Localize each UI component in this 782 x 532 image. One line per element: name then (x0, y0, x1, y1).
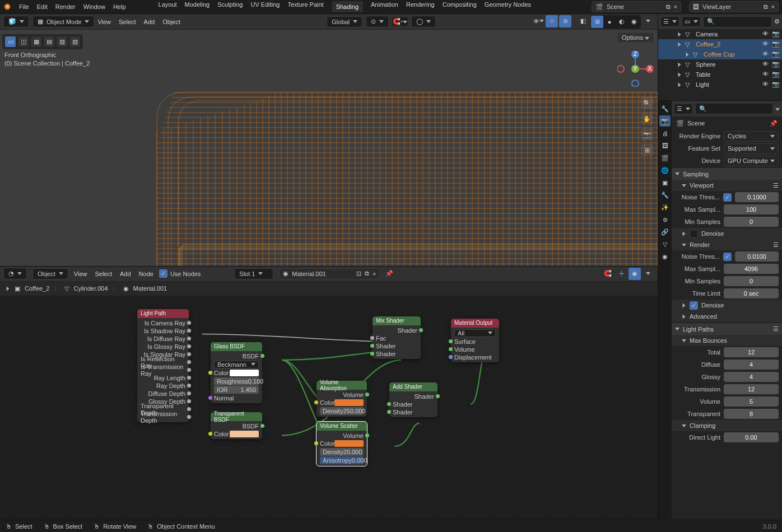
menu-view[interactable]: View (74, 270, 87, 277)
target-dropdown[interactable]: All (454, 329, 496, 337)
device-dropdown[interactable]: GPU Compute (724, 156, 779, 166)
menu-shading[interactable]: Shading (332, 1, 363, 12)
outliner-item-table[interactable]: ▽Table👁📷 (658, 69, 782, 80)
density-field[interactable]: Density250.000 (320, 407, 364, 415)
subpanel-viewport[interactable]: Viewport☰ (672, 180, 782, 191)
time-limit-field[interactable]: 0 sec (724, 288, 779, 298)
menu-add[interactable]: Add (120, 270, 131, 277)
pin-icon[interactable]: 📌 (385, 270, 393, 277)
slot-dropdown[interactable]: Slot 1 (234, 268, 273, 279)
dropdown-icon[interactable] (642, 268, 654, 280)
menu-help[interactable]: Help (113, 3, 126, 10)
xray-toggle[interactable]: ◧ (577, 15, 589, 27)
feature-set-dropdown[interactable]: Supported (724, 143, 779, 154)
node-volume-absorption[interactable]: Volume Absorption Volume Color Density25… (316, 381, 367, 417)
diffuse-field[interactable]: 4 (724, 360, 779, 370)
noise-check[interactable]: ✓ (723, 193, 732, 202)
menu-select[interactable]: Select (119, 18, 136, 25)
editor-type-dropdown[interactable]: ☰ (674, 104, 693, 114)
tool-cursor[interactable]: ▭ (4, 36, 16, 48)
glossy-field[interactable]: 4 (724, 372, 779, 382)
menu-file[interactable]: File (19, 3, 29, 10)
editor-type-dropdown[interactable]: ◔ (3, 268, 27, 279)
3d-viewport[interactable]: ▭ ◫ ▦ ▤ ▥ ▧ Front Orthographic (0) Scene… (0, 30, 658, 266)
pivot-dropdown[interactable]: ⊙ (366, 16, 389, 27)
overlay-toggle[interactable]: ⊚ (559, 15, 571, 27)
close-icon[interactable]: × (674, 3, 677, 10)
node-light-path[interactable]: Light Path Is Camera RayIs Shadow RayIs … (137, 309, 189, 422)
menu-animation[interactable]: Animation (371, 1, 398, 12)
node-volume-scatter[interactable]: Volume Scatter Volume Color Density20.00… (316, 422, 367, 466)
proportional-edit[interactable]: ◯ (411, 16, 436, 27)
bc-material[interactable]: Material.001 (133, 285, 167, 292)
subpanel-clamping[interactable]: Clamping (672, 420, 782, 431)
menu-select[interactable]: Select (95, 270, 112, 277)
tab-scene[interactable]: 🎬 (659, 152, 671, 164)
panel-sampling[interactable]: Sampling (672, 168, 782, 180)
material-selector[interactable]: ◉ Material.001 ⊡ ⧉ × (279, 268, 380, 279)
pin-icon[interactable]: 📌 (770, 120, 778, 127)
volume-field[interactable]: 5 (724, 396, 779, 407)
ior-field[interactable]: IOR1.450 (214, 386, 259, 394)
distribution-dropdown[interactable]: Beckmann (214, 361, 259, 368)
snap-type[interactable]: ▫ (401, 18, 407, 25)
node-glass-bsdf[interactable]: Glass BSDF BSDF Beckmann Color Roughness… (211, 342, 262, 403)
menu-uv-editing[interactable]: UV Editing (250, 1, 280, 12)
tab-material[interactable]: ◉ (659, 251, 671, 262)
shader-type-dropdown[interactable]: Object (32, 268, 68, 279)
tab-particles[interactable]: ✨ (659, 202, 671, 213)
tab-viewlayer[interactable]: 🖼 (659, 140, 671, 151)
menu-object[interactable]: Object (162, 18, 180, 25)
node-add-shader[interactable]: Add Shader Shader Shader Shader (389, 382, 437, 417)
direct-light-field[interactable]: 0.00 (724, 432, 779, 442)
tool-sel2[interactable]: ▦ (30, 36, 42, 48)
orientation-dropdown[interactable]: Global (327, 16, 362, 27)
tab-object[interactable]: ▣ (659, 177, 671, 188)
subpanel-advanced[interactable]: Advanced (672, 311, 782, 322)
outliner-item-sphere[interactable]: ▽Sphere👁📷 (658, 59, 782, 69)
gizmo-toggle[interactable]: ⊹ (546, 15, 558, 27)
overlay-icon[interactable]: ⊹ (615, 268, 627, 280)
transparent-field[interactable]: 8 (724, 409, 779, 419)
tab-physics[interactable]: ⊚ (659, 214, 671, 225)
shading-wireframe[interactable]: ⊞ (591, 16, 603, 28)
new-icon[interactable]: ⊡ (356, 270, 361, 277)
properties-search[interactable]: 🔍 (695, 103, 773, 114)
node-mix-shader[interactable]: Mix Shader Shader Fac Shader Shader (373, 316, 421, 359)
outliner-search[interactable]: 🔍 (703, 16, 772, 27)
viewlayer-selector[interactable]: 🖼 ViewLayer ⧉ × (689, 1, 779, 12)
subpanel-denoise-vp[interactable]: Denoise (672, 228, 782, 239)
browse-icon[interactable]: ⧉ (666, 3, 671, 11)
menu-sculpting[interactable]: Sculpting (217, 1, 243, 12)
browse-icon[interactable]: ⧉ (764, 3, 768, 11)
anisotropy-field[interactable]: Anisotropy0.000 (320, 456, 364, 464)
snap-icon[interactable]: 🧲 (602, 268, 614, 280)
tab-tool[interactable]: 🔧 (659, 103, 671, 114)
filter-icon[interactable]: ⚙ (774, 18, 780, 25)
menu-node[interactable]: Node (139, 270, 153, 277)
visibility-dropdown[interactable]: 👁 (532, 15, 544, 27)
subpanel-render[interactable]: Render☰ (672, 239, 782, 250)
max-samples-field[interactable]: 4096 (724, 264, 779, 274)
node-canvas[interactable]: Light Path Is Camera RayIs Shadow RayIs … (0, 296, 658, 533)
outliner-item-camera[interactable]: ▽Camera👁📷 (658, 29, 782, 39)
tool-sel3[interactable]: ▤ (43, 36, 55, 48)
panel-light-paths[interactable]: Light Paths☰ (672, 323, 782, 335)
menu-compositing[interactable]: Compositing (443, 1, 477, 12)
node-material-output[interactable]: Material Output All Surface Volume Displ… (451, 319, 499, 362)
menu-add[interactable]: Add (144, 18, 155, 25)
density-field[interactable]: Density20.000 (320, 448, 364, 456)
tab-world[interactable]: 🌐 (659, 165, 671, 176)
tab-render[interactable]: 📷 (659, 115, 671, 127)
shading-material[interactable]: ◐ (616, 16, 628, 28)
bc-mesh[interactable]: Cylinder.004 (73, 285, 108, 292)
menu-modeling[interactable]: Modeling (185, 1, 210, 12)
menu-rendering[interactable]: Rendering (406, 1, 435, 12)
editor-type-dropdown[interactable]: 🧊 (3, 16, 29, 27)
outliner-item-light[interactable]: ▽Light👁📷 (658, 80, 782, 90)
copy-icon[interactable]: ⧉ (365, 270, 369, 277)
menu-layout[interactable]: Layout (159, 1, 177, 12)
outliner-item-coffee_2[interactable]: ▽Coffee_2👁📷 (658, 39, 782, 49)
tool-sel4[interactable]: ▥ (56, 36, 68, 48)
scene-selector[interactable]: 🎬 Scene ⧉ × (592, 1, 681, 12)
